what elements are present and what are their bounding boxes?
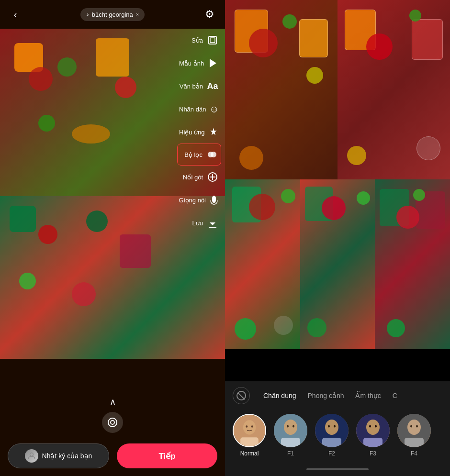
music-tag-label: b1cht georgina [92,11,133,18]
left-panel: ‹ ♪ b1cht georgina × ⚙ Sửa Mẫu ảnh [0,0,225,476]
collapse-chevron-icon: ∧ [110,397,116,407]
svg-rect-20 [281,438,300,447]
next-button-label: Tiếp [158,451,175,461]
svg-rect-35 [405,438,424,447]
menu-item-hieu-ung[interactable]: Hiệu ứng [177,121,221,144]
menu-item-noi-got[interactable]: Nối gót [177,166,221,188]
menu-icon-sua [206,33,219,47]
no-filter-button[interactable] [233,387,250,404]
music-tag[interactable]: ♪ b1cht georgina × [80,8,145,21]
menu-label-mau-anh: Mẫu ảnh [179,60,204,67]
filter-tab-phong-canh[interactable]: Phong cảnh [302,390,350,401]
menu-label-noi-got: Nối gót [183,174,203,181]
filter-f3[interactable]: F3 [356,414,390,457]
music-close-button[interactable]: × [136,11,139,17]
photo-grid [225,0,450,381]
filter-f4[interactable]: F4 [397,414,431,457]
svg-point-24 [325,420,338,435]
svg-point-22 [292,425,294,428]
footer-buttons: Nhật ký của bạn Tiếp [0,436,225,476]
diary-button[interactable]: Nhật ký của bạn [8,443,109,468]
menu-label-sua: Sửa [191,37,203,44]
bottom-controls: ∧ Nhật ký của bạn Tiếp [0,395,225,476]
collapse-button[interactable]: ∧ [0,395,225,409]
filter-tab-other[interactable]: C [387,390,403,401]
menu-item-luu[interactable]: Lưu [177,211,221,234]
settings-button[interactable]: ⚙ [202,7,217,22]
diary-avatar [25,449,38,463]
filter-tab-am-thuc[interactable]: Ẩm thực [349,390,386,401]
home-indicator [225,465,450,476]
svg-rect-25 [322,438,341,447]
filter-tab-chan-dung[interactable]: Chân dung [258,390,302,401]
back-button[interactable]: ‹ [8,7,23,22]
svg-marker-2 [210,59,216,67]
svg-point-26 [328,425,330,428]
menu-item-sua[interactable]: Sửa [177,29,221,52]
svg-rect-1 [210,38,215,43]
menu-icon-nhan-dan: ☺ [209,102,219,116]
filter-f2-label: F2 [328,450,335,457]
svg-point-10 [111,421,114,424]
photo-bottom-left [225,179,300,349]
menu-label-giong-noi: Giọng nói [179,197,206,204]
filter-tabs: Chân dung Phong cảnh Ẩm thực C [225,381,450,410]
filter-f4-label: F4 [411,450,417,457]
photo-top-right [338,0,450,179]
menu-item-giong-noi[interactable]: Giọng nói [177,188,221,211]
svg-point-11 [108,418,117,427]
filter-f2-preview [315,414,349,447]
menu-icon-noi-got [206,170,219,184]
filter-f3-thumb [356,414,390,447]
menu-label-van-ban: Văn bản [180,83,203,90]
no-filter-icon [236,391,246,400]
filter-section: Chân dung Phong cảnh Ẩm thực C [225,381,450,476]
filter-f1[interactable]: F1 [274,414,307,457]
filter-f3-preview [356,414,390,447]
svg-point-21 [287,425,289,428]
filter-normal-preview [234,415,265,446]
menu-icon-mau-anh [207,56,219,70]
filter-f2-thumb [315,414,349,447]
menu-icon-hieu-ung [208,125,219,139]
next-button[interactable]: Tiếp [117,443,217,468]
photo-bottom-row [225,179,450,349]
music-note-icon: ♪ [86,11,89,18]
svg-point-29 [366,420,380,435]
svg-point-17 [251,425,253,428]
diary-button-label: Nhật ký của bạn [42,452,92,460]
svg-point-31 [369,425,371,428]
photo-bottom-right [375,179,450,349]
right-panel: Chân dung Phong cảnh Ẩm thực C [225,0,450,476]
svg-point-14 [243,420,256,434]
menu-item-nhan-dan[interactable]: Nhãn dán ☺ [177,98,221,121]
filter-f1-label: F1 [287,450,294,457]
filter-thumbnails: Normal F1 [225,410,450,465]
story-button[interactable] [102,412,123,433]
svg-point-4 [211,152,216,157]
menu-icon-bo-loc [205,148,219,161]
svg-point-36 [410,425,412,428]
menu-label-bo-loc: Bộ lọc [184,151,202,158]
filter-f3-label: F3 [370,450,376,457]
menu-label-luu: Lưu [192,220,203,227]
filter-f4-preview [397,414,431,447]
menu-item-mau-anh[interactable]: Mẫu ảnh [177,52,221,75]
svg-point-32 [375,425,377,428]
filter-f1-thumb [274,414,307,447]
home-bar [306,468,369,470]
svg-rect-15 [240,437,259,447]
top-bar: ‹ ♪ b1cht georgina × ⚙ [0,0,225,29]
filter-f2[interactable]: F2 [315,414,349,457]
menu-icon-giong-noi [209,193,219,207]
svg-point-27 [334,425,336,428]
filter-normal[interactable]: Normal [233,414,266,457]
menu-item-bo-loc[interactable]: Bộ lọc [177,144,221,166]
menu-item-van-ban[interactable]: Văn bản Aa [177,75,221,98]
svg-point-34 [407,420,421,435]
svg-rect-30 [363,438,382,447]
svg-point-37 [416,425,418,428]
svg-point-19 [284,420,297,435]
menu-icon-luu [206,216,219,230]
filter-normal-label: Normal [240,450,259,457]
